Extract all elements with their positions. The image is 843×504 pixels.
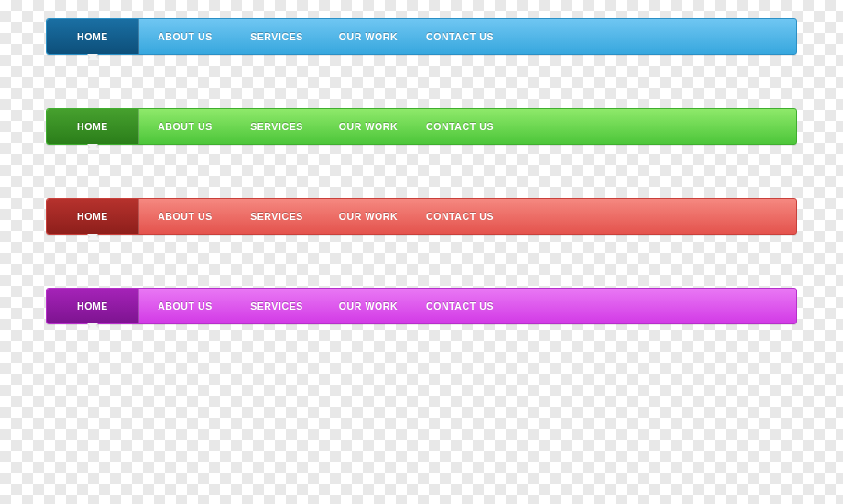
nav-item-label: SERVICES [250, 31, 303, 42]
nav-item-work[interactable]: OUR WORK [323, 199, 414, 234]
navbar-blue: HOME ABOUT US SERVICES OUR WORK CONTACT … [46, 18, 797, 55]
nav-item-home[interactable]: HOME [47, 289, 139, 323]
nav-item-label: CONTACT US [426, 301, 494, 312]
nav-item-contact[interactable]: CONTACT US [414, 19, 506, 54]
active-indicator-icon [87, 54, 100, 60]
navbar-showcase: HOME ABOUT US SERVICES OUR WORK CONTACT … [0, 0, 843, 324]
nav-item-services[interactable]: SERVICES [231, 19, 323, 54]
navbar-magenta: HOME ABOUT US SERVICES OUR WORK CONTACT … [46, 288, 797, 324]
nav-item-contact[interactable]: CONTACT US [414, 199, 506, 234]
active-indicator-icon [87, 323, 100, 330]
nav-item-label: CONTACT US [426, 121, 494, 132]
nav-item-work[interactable]: OUR WORK [323, 289, 414, 323]
nav-item-label: HOME [77, 211, 108, 222]
nav-item-label: OUR WORK [339, 301, 398, 312]
navbar-green: HOME ABOUT US SERVICES OUR WORK CONTACT … [46, 108, 797, 145]
nav-item-label: HOME [77, 31, 108, 42]
nav-item-about[interactable]: ABOUT US [139, 109, 231, 144]
nav-item-home[interactable]: HOME [47, 199, 139, 234]
nav-item-services[interactable]: SERVICES [231, 289, 323, 323]
nav-item-home[interactable]: HOME [47, 109, 139, 144]
nav-item-about[interactable]: ABOUT US [139, 199, 231, 234]
nav-item-label: HOME [77, 301, 108, 312]
nav-item-label: OUR WORK [339, 211, 398, 222]
nav-item-about[interactable]: ABOUT US [139, 289, 231, 323]
nav-item-label: CONTACT US [426, 211, 494, 222]
nav-item-about[interactable]: ABOUT US [139, 19, 231, 54]
nav-item-label: ABOUT US [158, 301, 213, 312]
nav-item-label: OUR WORK [339, 31, 398, 42]
nav-item-services[interactable]: SERVICES [231, 109, 323, 144]
nav-item-label: SERVICES [250, 301, 303, 312]
active-indicator-icon [87, 144, 100, 150]
nav-item-contact[interactable]: CONTACT US [414, 289, 506, 323]
nav-item-work[interactable]: OUR WORK [323, 109, 414, 144]
nav-item-label: ABOUT US [158, 31, 213, 42]
nav-item-services[interactable]: SERVICES [231, 199, 323, 234]
nav-item-label: SERVICES [250, 121, 303, 132]
nav-item-contact[interactable]: CONTACT US [414, 109, 506, 144]
nav-item-label: CONTACT US [426, 31, 494, 42]
active-indicator-icon [87, 234, 100, 240]
nav-item-label: ABOUT US [158, 121, 213, 132]
nav-item-label: HOME [77, 121, 108, 132]
nav-item-label: OUR WORK [339, 121, 398, 132]
nav-item-label: SERVICES [250, 211, 303, 222]
nav-item-label: ABOUT US [158, 211, 213, 222]
nav-item-work[interactable]: OUR WORK [323, 19, 414, 54]
nav-item-home[interactable]: HOME [47, 19, 139, 54]
navbar-red: HOME ABOUT US SERVICES OUR WORK CONTACT … [46, 198, 797, 235]
